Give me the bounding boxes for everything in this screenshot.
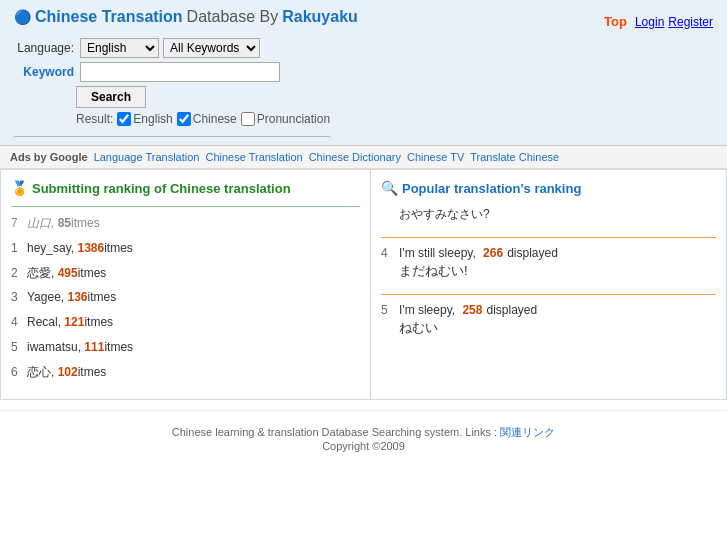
footer-text: Chinese learning & translation Database … xyxy=(10,425,717,440)
search-area: Language: English Japanese Chinese All K… xyxy=(14,32,330,137)
header-left: 🔵 Chinese Transation Database By Rakuyak… xyxy=(14,8,358,137)
rank-number: 2 xyxy=(11,265,27,282)
list-item: 1 hey_say, 1386 itmes xyxy=(11,240,360,257)
rank-count: 102 xyxy=(58,364,78,381)
list-item: 5 iwamatsu, 111 itmes xyxy=(11,339,360,356)
chinese-checkbox-text: Chinese xyxy=(193,112,237,126)
top-right-nav: Top Login Register xyxy=(604,8,713,29)
search-btn-row: Search xyxy=(76,86,330,108)
popular-item: おやすみなさい? xyxy=(381,206,716,223)
popular-rank-row: おやすみなさい? xyxy=(381,206,716,223)
rank-name: hey_say, xyxy=(27,240,77,257)
ads-link-2[interactable]: Chinese Translation xyxy=(205,151,302,163)
right-divider xyxy=(381,237,716,238)
keyword-input[interactable] xyxy=(80,62,280,82)
rank-unit: itmes xyxy=(71,215,100,232)
rank-number: 5 xyxy=(11,339,27,356)
rank-name: iwamatsu, xyxy=(27,339,84,356)
rank-count: 1386 xyxy=(77,240,104,257)
ads-link-3[interactable]: Chinese Dictionary xyxy=(309,151,401,163)
rank-count: 111 xyxy=(84,339,104,356)
pronunciation-checkbox-text: Pronunciation xyxy=(257,112,330,126)
footer-copyright: Copyright ©2009 xyxy=(10,440,717,452)
language-select[interactable]: English Japanese Chinese xyxy=(80,38,159,58)
rank-name: 山口, xyxy=(27,215,58,232)
popular-chinese: まだねむい! xyxy=(399,262,716,280)
ads-bar: Ads by Google Language Translation Chine… xyxy=(0,146,727,169)
search-icon: 🔍 xyxy=(381,180,398,196)
list-item: 6 恋心, 102 itmes xyxy=(11,364,360,381)
popular-count: 258 xyxy=(462,303,482,317)
title-rakuyaku: Rakuyaku xyxy=(282,8,358,26)
language-label: Language: xyxy=(14,41,74,55)
left-divider xyxy=(11,206,360,207)
header: 🔵 Chinese Transation Database By Rakuyak… xyxy=(0,0,727,146)
rank-number: 4 xyxy=(11,314,27,331)
rank-name: 恋心, xyxy=(27,364,58,381)
footer-link[interactable]: 関連リンク xyxy=(500,426,555,438)
search-button[interactable]: Search xyxy=(76,86,146,108)
ads-link-4[interactable]: Chinese TV xyxy=(407,151,464,163)
ads-link-5[interactable]: Translate Chinese xyxy=(470,151,559,163)
list-item: 3 Yagee, 136 itmes xyxy=(11,289,360,306)
list-item: 4 Recal, 121 itmes xyxy=(11,314,360,331)
contain-select[interactable]: All Keywords Any Keyword xyxy=(163,38,260,58)
language-row: Language: English Japanese Chinese All K… xyxy=(14,38,330,58)
popular-unit: displayed xyxy=(507,246,558,260)
popular-rank-num: 5 xyxy=(381,303,395,317)
top-label: Top xyxy=(604,14,627,29)
left-panel: 🏅 Submitting ranking of Chinese translat… xyxy=(1,170,371,399)
rank-number: 6 xyxy=(11,364,27,381)
english-checkbox-text: English xyxy=(133,112,172,126)
popular-rank-row: 4 I'm still sleepy, 266 displayed xyxy=(381,246,716,260)
english-checkbox[interactable] xyxy=(117,112,131,126)
popular-chinese: ねむい xyxy=(399,319,716,337)
rank-unit: itmes xyxy=(88,289,117,306)
title-chinese-transation: Chinese Transation xyxy=(35,8,183,26)
popular-count: 266 xyxy=(483,246,503,260)
rank-number: 1 xyxy=(11,240,27,257)
rank-number: 7 xyxy=(11,215,27,232)
popular-item: 5 I'm sleepy, 258 displayed ねむい xyxy=(381,303,716,337)
right-divider-2 xyxy=(381,294,716,295)
rank-unit: itmes xyxy=(78,265,107,282)
medal-icon: 🏅 xyxy=(11,180,28,196)
left-panel-title: 🏅 Submitting ranking of Chinese translat… xyxy=(11,180,360,196)
popular-rank-row: 5 I'm sleepy, 258 displayed xyxy=(381,303,716,317)
rank-unit: itmes xyxy=(104,339,133,356)
keyword-row: Keyword xyxy=(14,62,330,82)
rank-unit: itmes xyxy=(104,240,133,257)
pronunciation-checkbox-label[interactable]: Pronunciation xyxy=(241,112,330,126)
list-item: 7 山口, 85 itmes xyxy=(11,215,360,232)
popular-phrase: おやすみなさい? xyxy=(399,206,490,223)
site-icon: 🔵 xyxy=(14,9,31,25)
footer: Chinese learning & translation Database … xyxy=(0,410,727,466)
rank-name: 恋愛, xyxy=(27,265,58,282)
pronunciation-checkbox[interactable] xyxy=(241,112,255,126)
register-link[interactable]: Register xyxy=(668,15,713,29)
rank-count: 495 xyxy=(58,265,78,282)
login-link[interactable]: Login xyxy=(635,15,664,29)
title-sep: Database By xyxy=(187,8,279,26)
result-label: Result: xyxy=(76,112,113,126)
english-checkbox-label[interactable]: English xyxy=(117,112,172,126)
ads-label: Ads by Google xyxy=(10,151,88,163)
chinese-checkbox[interactable] xyxy=(177,112,191,126)
popular-rank-num: 4 xyxy=(381,246,395,260)
right-panel: 🔍 Popular translation's ranking おやすみなさい?… xyxy=(371,170,726,399)
main-content: 🏅 Submitting ranking of Chinese translat… xyxy=(0,169,727,400)
rank-count: 136 xyxy=(67,289,87,306)
ads-link-1[interactable]: Language Translation xyxy=(94,151,200,163)
rank-name: Yagee, xyxy=(27,289,67,306)
rank-unit: itmes xyxy=(78,364,107,381)
right-panel-title: 🔍 Popular translation's ranking xyxy=(381,180,716,196)
rank-unit: itmes xyxy=(84,314,113,331)
keyword-label: Keyword xyxy=(14,65,74,79)
popular-item: 4 I'm still sleepy, 266 displayed まだねむい! xyxy=(381,246,716,280)
list-item: 2 恋愛, 495 itmes xyxy=(11,265,360,282)
chinese-checkbox-label[interactable]: Chinese xyxy=(177,112,237,126)
rank-count: 121 xyxy=(64,314,84,331)
result-row: Result: English Chinese Pronunciation xyxy=(76,112,330,126)
rank-name: Recal, xyxy=(27,314,64,331)
popular-phrase: I'm still sleepy, xyxy=(399,246,479,260)
